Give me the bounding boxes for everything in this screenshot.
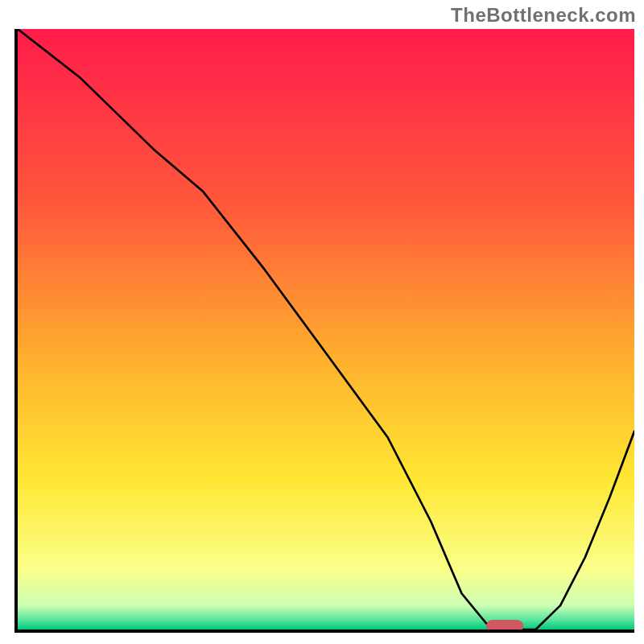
attribution-label: TheBottleneck.com	[451, 4, 636, 27]
result-marker	[486, 620, 523, 633]
chart-stage: TheBottleneck.com	[0, 0, 644, 644]
gradient-background	[18, 29, 634, 630]
plot-svg	[18, 29, 634, 630]
plot-area	[14, 29, 634, 633]
